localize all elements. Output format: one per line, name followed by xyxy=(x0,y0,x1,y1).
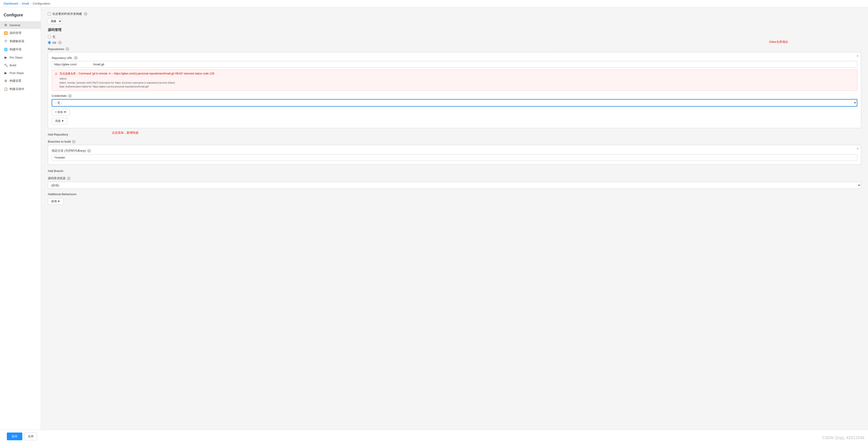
branch-spec-input[interactable] xyxy=(52,154,857,161)
source-mgmt-title: 源码管理 xyxy=(48,28,861,32)
breadcrumb-dashboard[interactable]: Dashboard xyxy=(4,2,18,5)
sidebar-icon-post-build: 📋 xyxy=(4,87,8,91)
sidebar-item-post-steps[interactable]: ▶Post Steps xyxy=(0,69,41,77)
sidebar-label-build-triggers: 构建触发器 xyxy=(9,39,24,43)
error-icon: ⚠ xyxy=(55,72,58,76)
radio-git[interactable] xyxy=(48,41,51,44)
add-credentials-group: + 添加 ▼ xyxy=(52,109,857,116)
apply-button[interactable]: 应用 xyxy=(25,433,37,440)
add-credentials-button[interactable]: + 添加 ▼ xyxy=(52,109,70,116)
browser-label: 源码库浏览器 ? xyxy=(48,176,861,180)
repo-url-input[interactable] xyxy=(52,61,857,68)
sidebar-title: Configure xyxy=(0,11,41,21)
add-repository-container: Add Repository xyxy=(48,132,861,136)
sidebar-label-build: Build xyxy=(9,63,16,67)
sidebar-icon-general: ⚙ xyxy=(4,23,8,27)
breadcrumb-hmall[interactable]: hmall xyxy=(22,2,29,5)
concurrent-build-checkbox[interactable] xyxy=(48,12,51,16)
sidebar-label-build-env: 构建环境 xyxy=(9,48,22,52)
radio-none[interactable] xyxy=(48,35,51,38)
sidebar-item-build-env[interactable]: 🌐构建环境 xyxy=(0,45,41,54)
repositories-section: Repositories ? × Gitee仓库地址 Repository UR… xyxy=(48,47,861,205)
branches-box: × 指定分支 (为空时代表any) ? xyxy=(48,145,861,165)
sidebar-item-post-build[interactable]: 📋构建后操作 xyxy=(0,85,41,93)
credentials-label: Credentials ? xyxy=(52,94,857,98)
radio-none-row: 无 xyxy=(48,35,861,39)
repo-close-button[interactable]: × xyxy=(857,54,859,58)
sidebar-label-general: General xyxy=(9,24,20,27)
repo-url-help-icon[interactable]: ? xyxy=(74,56,78,60)
repo-url-label: Repository URL ? xyxy=(52,56,857,60)
add-branch-link[interactable]: Add Branch xyxy=(48,169,63,173)
concurrent-build-label: 在必要的时候并发构建 xyxy=(52,12,82,16)
save-button[interactable]: 保存 xyxy=(7,433,22,440)
sidebar-icon-build-env: 🌐 xyxy=(4,48,8,51)
repositories-label: Repositories ? xyxy=(48,47,861,51)
source-radio-group: 无 Git ? xyxy=(48,35,861,45)
repositories-help[interactable]: ? xyxy=(66,47,69,51)
main-content: 在必要的时候并发构建 ? 高级 源码管理 无 Git ? Repositorie xyxy=(41,7,868,430)
additional-label: Additional Behaviours xyxy=(48,193,861,196)
concurrent-build-row: 在必要的时候并发构建 ? xyxy=(48,12,861,16)
sidebar-label-post-build: 构建后操作 xyxy=(9,87,24,91)
sidebar-icon-build-triggers: ⏱ xyxy=(4,39,8,43)
branch-spec-label: 指定分支 (为空时代表any) ? xyxy=(52,149,857,153)
radio-none-label: 无 xyxy=(52,35,55,39)
bottom-bar: 保存 应用 xyxy=(0,430,868,443)
radio-git-label: Git xyxy=(52,41,56,45)
sidebar-item-source-mgmt[interactable]: 🔀源码管理 xyxy=(0,29,41,37)
sidebar-label-source-mgmt: 源码管理 xyxy=(9,31,22,35)
repository-box: × Gitee仓库地址 Repository URL ? ⚠ 无法连接仓库：Co… xyxy=(48,52,861,128)
sidebar-icon-post-steps: ▶ xyxy=(4,71,8,75)
topbar: Dashboard › hmall › Configuration xyxy=(0,0,868,7)
sidebar-icon-source-mgmt: 🔀 xyxy=(4,31,8,35)
error-text: 无法连接仓库：Command 'git ls-remote -h -- http… xyxy=(59,71,215,89)
sidebar-item-build[interactable]: 🔨Build xyxy=(0,61,41,69)
breadcrumb-config: Configuration xyxy=(33,2,50,5)
error-box: ⚠ 无法连接仓库：Command 'git ls-remote -h -- ht… xyxy=(52,69,857,91)
branch-spec-help[interactable]: ? xyxy=(87,149,91,153)
branch-close-button[interactable]: × xyxy=(857,147,859,151)
credentials-select[interactable]: - 无 - xyxy=(52,99,857,107)
git-help-icon[interactable]: ? xyxy=(58,41,62,45)
add-repository-link[interactable]: Add Repository xyxy=(48,133,68,136)
sidebar-item-pre-steps[interactable]: ▶Pre Steps xyxy=(0,54,41,61)
advanced-button-inner[interactable]: 高级 ▼ xyxy=(52,118,67,124)
sidebar-item-build-settings[interactable]: ⚙构建设置 xyxy=(0,77,41,85)
add-new-button[interactable]: 新增 ▼ xyxy=(48,198,64,205)
browser-help-icon[interactable]: ? xyxy=(67,177,70,180)
sidebar-icon-build-settings: ⚙ xyxy=(4,79,8,83)
add-branch-container: Add Branch xyxy=(48,168,861,173)
branches-help-icon[interactable]: ? xyxy=(72,140,75,144)
branches-label: Branches to build ? xyxy=(48,140,861,144)
radio-git-row: Git ? xyxy=(48,41,861,45)
concurrent-build-help[interactable]: ? xyxy=(84,12,87,16)
advanced-select-top[interactable]: 高级 xyxy=(48,18,62,24)
sidebar-label-post-steps: Post Steps xyxy=(9,71,24,75)
sidebar-icon-build: 🔨 xyxy=(4,63,8,67)
advanced-row-inner: 高级 ▼ xyxy=(52,118,857,124)
credentials-help-icon[interactable]: ? xyxy=(68,94,72,98)
sidebar-item-general[interactable]: ⚙General xyxy=(0,21,41,29)
sidebar-label-build-settings: 构建设置 xyxy=(9,79,22,83)
sidebar: Configure ⚙General🔀源码管理⏱构建触发器🌐构建环境▶Pre S… xyxy=(0,7,41,430)
sidebar-icon-pre-steps: ▶ xyxy=(4,56,8,59)
error-detail: stdout: stderr: remote: [session-cb4170a… xyxy=(59,77,215,89)
sidebar-label-pre-steps: Pre Steps xyxy=(9,56,23,59)
sidebar-item-build-triggers[interactable]: ⏱构建触发器 xyxy=(0,37,41,45)
add-new-group: 新增 ▼ xyxy=(48,198,861,205)
browser-select[interactable]: (自动) xyxy=(48,182,861,189)
